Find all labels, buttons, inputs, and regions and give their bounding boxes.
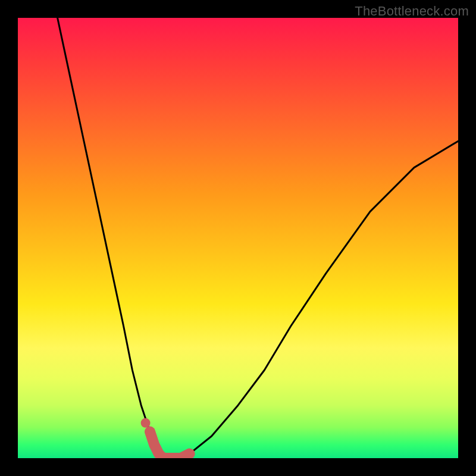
curve-layer <box>18 18 458 458</box>
bottleneck-curve <box>58 18 458 458</box>
highlight-dot <box>141 418 151 428</box>
plot-area <box>18 18 458 458</box>
highlight-segment <box>150 432 190 458</box>
chart-frame: TheBottleneck.com <box>0 0 476 476</box>
watermark-text: TheBottleneck.com <box>355 4 469 19</box>
